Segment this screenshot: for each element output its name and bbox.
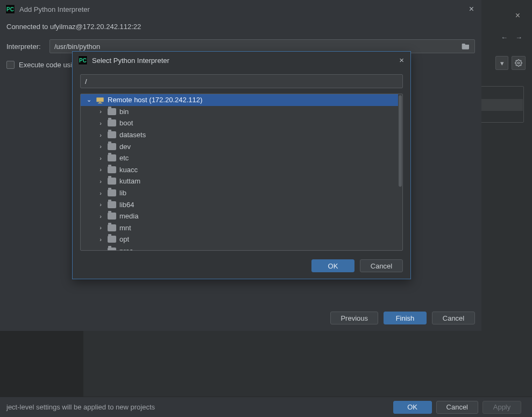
- chevron-right-icon: ›: [97, 190, 104, 196]
- tree-scroll-area[interactable]: ⌄Remote host (172.20.242.112)›bin›boot›d…: [81, 94, 398, 250]
- bg-close-icon[interactable]: ×: [515, 11, 520, 20]
- close-icon[interactable]: ×: [399, 55, 404, 65]
- tree-folder-label: lib64: [119, 201, 134, 209]
- back-arrow-icon[interactable]: ←: [501, 33, 508, 41]
- tree-folder-lib64[interactable]: ›lib64: [81, 199, 398, 210]
- folder-icon: [108, 166, 116, 173]
- footer-buttons: OK Cancel Apply: [393, 401, 521, 414]
- chevron-right-icon: ›: [97, 108, 104, 115]
- browse-folder-icon[interactable]: [462, 42, 470, 51]
- remote-host-icon: [96, 96, 104, 104]
- chevron-right-icon: ›: [97, 132, 104, 138]
- svg-rect-2: [99, 102, 101, 103]
- select-interpreter-dialog: PC Select Python Interpreter × / ⌄Remote…: [72, 51, 411, 279]
- chevron-right-icon: ›: [97, 166, 104, 173]
- nav-arrows: ← →: [501, 33, 522, 41]
- close-icon[interactable]: ×: [469, 4, 474, 14]
- previous-button[interactable]: Previous: [330, 312, 378, 324]
- folder-icon: [108, 178, 116, 185]
- path-value: /: [85, 77, 87, 86]
- folder-icon: [108, 189, 116, 196]
- cancel-button[interactable]: Cancel: [360, 259, 403, 272]
- chevron-right-icon: ›: [97, 213, 104, 220]
- interpreter-label: Interpreter:: [6, 43, 44, 51]
- tree-folder-bin[interactable]: ›bin: [81, 106, 398, 118]
- interpreter-path-value: /usr/bin/python: [54, 43, 100, 51]
- tree-folder-label: datasets: [119, 131, 146, 139]
- inner-dialog-titlebar: PC Select Python Interpreter ×: [73, 52, 410, 69]
- chevron-right-icon: ›: [97, 236, 104, 243]
- inner-dialog-title: Select Python Interpreter: [92, 56, 169, 65]
- tree-folder-label: media: [119, 212, 138, 220]
- folder-icon: [108, 119, 116, 126]
- tree-folder-etc[interactable]: ›etc: [81, 152, 398, 164]
- tree-folder-mnt[interactable]: ›mnt: [81, 222, 398, 234]
- chevron-right-icon: ›: [97, 178, 104, 185]
- bg-sidebar: [0, 330, 83, 397]
- path-input[interactable]: /: [80, 74, 403, 88]
- folder-icon: [108, 224, 116, 231]
- settings-ok-button[interactable]: OK: [393, 401, 432, 414]
- settings-cancel-button[interactable]: Cancel: [436, 401, 478, 414]
- dropdown-button[interactable]: ▾: [495, 56, 508, 70]
- scrollbar[interactable]: [399, 95, 402, 187]
- tree-folder-boot[interactable]: ›boot: [81, 117, 398, 129]
- tree-folder-kuttam[interactable]: ›kuttam: [81, 175, 398, 187]
- folder-icon: [108, 248, 116, 250]
- chevron-right-icon: ›: [97, 155, 104, 161]
- settings-gear-button[interactable]: [512, 56, 526, 70]
- file-tree: ⌄Remote host (172.20.242.112)›bin›boot›d…: [80, 94, 403, 251]
- svg-point-0: [517, 62, 520, 64]
- inner-footer-buttons: OK Cancel: [311, 259, 403, 272]
- tree-folder-media[interactable]: ›media: [81, 210, 398, 222]
- svg-rect-3: [98, 103, 102, 103]
- tree-folder-label: boot: [119, 119, 133, 127]
- tree-folder-label: opt: [119, 235, 129, 243]
- folder-icon: [108, 154, 116, 161]
- tree-folder-label: kuacc: [119, 166, 138, 174]
- folder-icon: [108, 143, 116, 150]
- dialog-footer-buttons: Previous Finish Cancel: [330, 312, 475, 324]
- finish-button[interactable]: Finish: [384, 312, 427, 324]
- chevron-right-icon: ›: [97, 201, 104, 208]
- execute-checkbox[interactable]: [6, 61, 15, 69]
- forward-arrow-icon[interactable]: →: [515, 33, 522, 41]
- svg-rect-1: [96, 97, 103, 102]
- ok-button[interactable]: OK: [311, 259, 354, 272]
- settings-apply-button[interactable]: Apply: [483, 401, 521, 414]
- pycharm-icon: PC: [78, 55, 88, 65]
- chevron-right-icon: ›: [97, 143, 104, 150]
- cancel-button[interactable]: Cancel: [432, 312, 475, 324]
- tree-folder-dev[interactable]: ›dev: [81, 140, 398, 152]
- tree-folder-proc[interactable]: ›proc: [81, 245, 398, 250]
- tree-folder-label: bin: [119, 108, 129, 116]
- tree-root-label: Remote host (172.20.242.112): [108, 96, 202, 104]
- tree-folder-label: dev: [119, 143, 131, 151]
- tree-folder-label: kuttam: [119, 177, 140, 185]
- folder-icon: [108, 131, 116, 138]
- chevron-right-icon: ›: [97, 120, 104, 126]
- folder-icon: [108, 236, 116, 243]
- gear-icon: [515, 59, 522, 67]
- tree-folder-label: proc: [119, 247, 133, 250]
- chevron-down-icon: ⌄: [85, 96, 93, 103]
- tree-root-remote-host[interactable]: ⌄Remote host (172.20.242.112): [81, 94, 398, 106]
- tree-folder-opt[interactable]: ›opt: [81, 234, 398, 245]
- execute-code-label: Execute code usi: [19, 61, 72, 69]
- folder-icon: [108, 213, 116, 220]
- tree-folder-datasets[interactable]: ›datasets: [81, 129, 398, 141]
- tree-folder-label: lib: [119, 189, 126, 197]
- tree-folder-kuacc[interactable]: ›kuacc: [81, 164, 398, 176]
- tree-folder-lib[interactable]: ›lib: [81, 187, 398, 199]
- dialog-titlebar: PC Add Python Interpreter ×: [0, 0, 481, 18]
- folder-icon: [108, 201, 116, 208]
- bg-top-controls: ▾: [495, 56, 526, 70]
- connection-status: Connected to ufyilmaz@172.20.242.112:22: [6, 23, 475, 31]
- chevron-right-icon: ›: [97, 248, 104, 250]
- folder-icon: [108, 108, 116, 115]
- settings-footer-bar: ject-level settings will be applied to n…: [0, 397, 532, 417]
- dialog-title: Add Python Interpreter: [19, 5, 90, 13]
- pycharm-icon: PC: [5, 4, 15, 14]
- chevron-down-icon: ▾: [500, 59, 504, 67]
- chevron-right-icon: ›: [97, 224, 104, 231]
